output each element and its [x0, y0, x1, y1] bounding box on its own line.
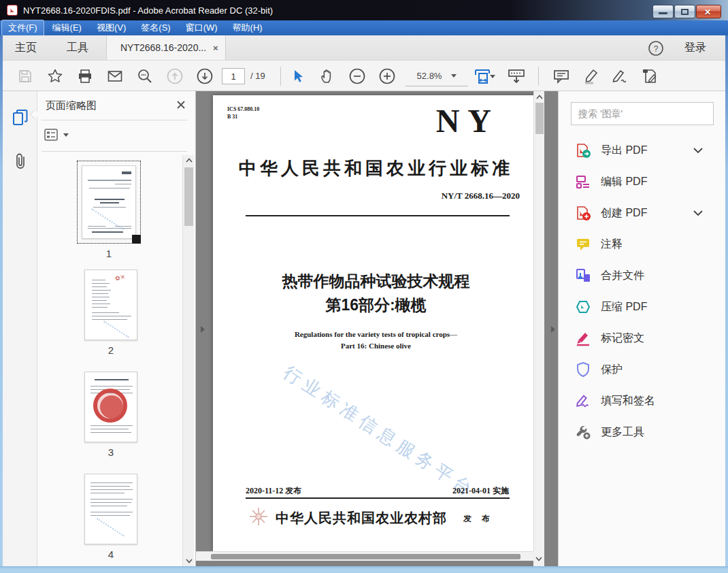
arrow-down-circle-icon — [196, 67, 214, 85]
scrollbar-thumb[interactable] — [211, 554, 520, 559]
tool-label: 更多工具 — [601, 425, 644, 440]
tab-bar: 主页 工具 NYT2668.16-2020... × ? 登录 — [3, 35, 725, 60]
scroll-down-arrow[interactable] — [183, 556, 195, 566]
tool-label: 创建 PDF — [601, 206, 647, 220]
triangle-right-icon — [200, 325, 205, 333]
pdf-page-1: ICS 67.080.10 B 31 NY 中华人民共和国农业行业标准 NY/T… — [213, 95, 539, 551]
tool-edit-pdf[interactable]: 编辑 PDF — [559, 166, 726, 197]
save-icon — [18, 69, 33, 84]
thumbnail-options-button[interactable] — [44, 127, 71, 143]
zoom-level-dropdown[interactable]: 52.8% — [406, 66, 468, 86]
fill-sign-toolbar-button[interactable] — [610, 66, 631, 86]
comment-button[interactable] — [551, 66, 572, 86]
tool-label: 编辑 PDF — [601, 175, 647, 189]
thumbnail-page-3[interactable]: 3 — [84, 372, 137, 458]
english-subtitle-line2: Part 16: Chinese olive — [213, 342, 539, 350]
login-button[interactable]: 登录 — [684, 35, 706, 60]
hand-tool-button[interactable] — [317, 66, 337, 86]
close-button[interactable]: ✕ — [696, 5, 721, 18]
implementation-date: 2021-04-01 实施 — [452, 485, 509, 497]
document-horizontal-scrollbar[interactable] — [196, 551, 533, 561]
tool-more-tools[interactable]: 更多工具 — [559, 416, 726, 448]
wrench-plus-icon — [575, 424, 591, 440]
tab-close-icon[interactable]: × — [213, 43, 218, 53]
main-toolbar: / 19 52.8% — [3, 60, 725, 91]
close-icon — [176, 100, 186, 110]
thumbnail-selection-border — [77, 161, 141, 244]
create-pdf-icon — [575, 205, 591, 221]
issue-date: 2020-11-12 发布 — [246, 485, 301, 497]
zoom-in-button[interactable] — [377, 66, 397, 86]
menu-sign[interactable]: 签名(S) — [134, 20, 177, 36]
chevron-down-icon[interactable] — [490, 75, 495, 78]
tool-fill-sign[interactable]: 填写和签名 — [559, 385, 726, 416]
tools-search-input[interactable] — [571, 102, 714, 125]
export-pdf-icon — [575, 142, 591, 159]
previous-page-button[interactable] — [165, 66, 185, 86]
document-vertical-scrollbar[interactable] — [533, 91, 544, 551]
scroll-up-arrow[interactable] — [534, 92, 545, 102]
attachments-rail-button[interactable] — [10, 151, 31, 171]
chevron-down-icon[interactable] — [693, 207, 703, 219]
thumbnail-page-4[interactable]: 4 — [84, 474, 137, 560]
search-button[interactable] — [135, 66, 155, 86]
save-button[interactable] — [15, 66, 35, 86]
email-button[interactable] — [105, 66, 125, 86]
menu-file[interactable]: 文件(F) — [1, 20, 44, 36]
scrollbar-thumb[interactable] — [184, 167, 193, 226]
menu-help[interactable]: 帮助(H) — [226, 20, 269, 36]
thumbnail-page-image — [84, 474, 137, 544]
thumbnail-page-2[interactable]: ✿✕ 2 — [84, 269, 137, 356]
tool-combine-files[interactable]: 合并文件 — [559, 260, 726, 291]
stamp-edit-button[interactable] — [640, 66, 660, 86]
tab-tools[interactable]: 工具 — [63, 35, 93, 60]
page-thumbnails-rail-button[interactable] — [10, 108, 31, 128]
page-edit-icon — [640, 67, 659, 85]
fit-width-icon — [474, 67, 491, 85]
star-button[interactable] — [45, 66, 65, 86]
menu-window[interactable]: 窗口(W) — [179, 20, 225, 36]
tool-comment[interactable]: 注释 — [559, 229, 726, 260]
selection-corner-handle — [132, 235, 141, 244]
tool-label: 合并文件 — [601, 269, 644, 283]
left-panel-collapse-handle[interactable] — [199, 321, 207, 338]
chevron-down-icon — [63, 133, 69, 137]
cursor-icon — [291, 69, 306, 84]
paperclip-icon — [12, 152, 29, 170]
thumbnail-panel-scrollbar[interactable] — [182, 155, 194, 566]
thumbnail-page-1[interactable]: 1 — [77, 161, 141, 259]
print-button[interactable] — [75, 66, 95, 86]
help-button[interactable]: ? — [648, 40, 664, 56]
zoom-out-button[interactable] — [347, 66, 367, 86]
page-number-input[interactable] — [222, 68, 245, 84]
reading-mode-button[interactable] — [506, 66, 527, 86]
next-page-button[interactable] — [195, 66, 215, 86]
arrow-up-circle-icon — [166, 67, 184, 85]
ny-logo: NY — [436, 102, 499, 140]
menu-view[interactable]: 视图(V) — [90, 20, 133, 36]
scroll-up-arrow[interactable] — [183, 155, 195, 165]
tool-create-pdf[interactable]: 创建 PDF — [559, 197, 726, 229]
tool-export-pdf[interactable]: 导出 PDF — [559, 135, 726, 166]
panel-close-button[interactable] — [173, 97, 188, 112]
tool-redact[interactable]: 标记密文 — [559, 323, 726, 354]
menu-edit[interactable]: 编辑(E) — [46, 20, 88, 36]
highlight-button[interactable] — [581, 66, 601, 86]
scrollbar-thumb[interactable] — [535, 103, 544, 134]
page-thumbnails-panel: 页面缩略图 — [37, 91, 196, 566]
right-panel-collapse-handle[interactable] — [549, 321, 557, 338]
tab-document[interactable]: NYT2668.16-2020... × — [106, 35, 226, 60]
tool-compress-pdf[interactable]: 压缩 PDF — [559, 291, 726, 323]
horizontal-rule — [246, 497, 510, 499]
select-tool-button[interactable] — [288, 66, 309, 86]
minimize-button[interactable] — [652, 5, 674, 18]
signature-pen-icon — [611, 67, 630, 85]
tool-protect[interactable]: 保护 — [559, 354, 726, 385]
chevron-down-icon[interactable] — [693, 144, 703, 157]
ics-classification: ICS 67.080.10 B 31 — [227, 106, 259, 121]
red-stamp-mark: ✿✕ — [114, 274, 126, 282]
scroll-down-arrow[interactable] — [533, 551, 544, 566]
maximize-button[interactable] — [674, 5, 695, 18]
tab-home[interactable]: 主页 — [11, 35, 41, 60]
highlighter-icon — [582, 67, 600, 85]
